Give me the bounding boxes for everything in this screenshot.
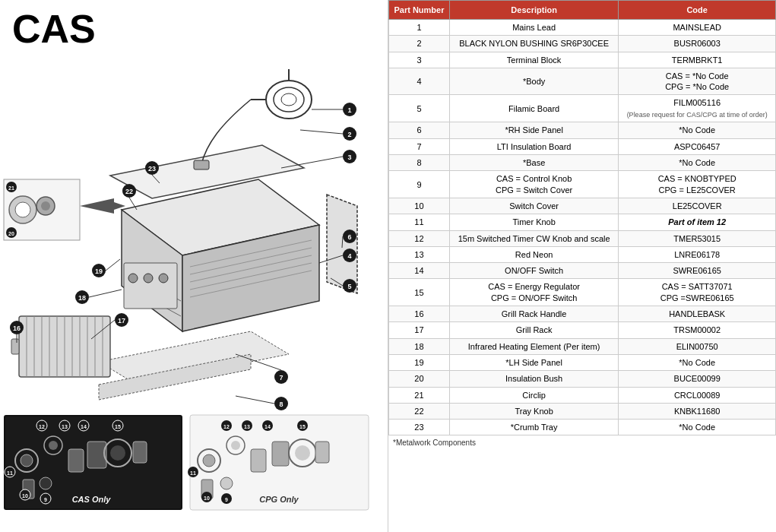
description-cell: Circlip: [449, 387, 618, 403]
code-cell: SWRE06165: [619, 263, 776, 279]
svg-point-14: [159, 274, 168, 283]
code-cell: BUCE00099: [619, 371, 776, 387]
svg-text:13: 13: [62, 424, 68, 429]
part-number-cell: 4: [389, 68, 450, 95]
table-row: 19*LH Side Panel*No Code: [389, 354, 776, 370]
svg-point-92: [40, 477, 52, 489]
code-cell: BUSR06003: [619, 36, 776, 52]
svg-rect-73: [11, 339, 19, 354]
code-cell: CAS = SATT37071 CPG =SWRE06165: [619, 279, 776, 306]
svg-point-89: [110, 445, 125, 461]
description-cell: CAS = Energy Regulator CPG = ON/OFF Swit…: [449, 279, 618, 306]
table-row: 5Filamic BoardFILM005116(Please request …: [389, 95, 776, 122]
code-cell: ASPC06457: [619, 138, 776, 154]
svg-text:7: 7: [279, 374, 283, 382]
table-row: 11Timer KnobPart of item 12: [389, 214, 776, 230]
left-panel: CAS: [0, 0, 388, 532]
part-number-cell: 19: [389, 354, 450, 370]
svg-text:1: 1: [347, 106, 351, 114]
part-number-cell: 20: [389, 371, 450, 387]
description-cell: Timer Knob: [449, 214, 618, 230]
svg-text:11: 11: [190, 470, 196, 476]
description-cell: *RH Side Panel: [449, 122, 618, 138]
svg-point-110: [203, 454, 215, 467]
part-number-cell: 7: [389, 138, 450, 154]
svg-rect-86: [68, 449, 84, 472]
code-cell: HANDLEBASK: [619, 306, 776, 322]
svg-text:18: 18: [78, 294, 86, 302]
code-cell: MAINSLEAD: [619, 20, 776, 36]
right-panel: Part Number Description Code 1Mains Lead…: [388, 0, 776, 532]
table-row: 13Red NeonLNRE06178: [389, 246, 776, 262]
svg-text:14: 14: [264, 424, 271, 429]
description-cell: *Base: [449, 155, 618, 171]
svg-point-13: [144, 274, 153, 283]
code-cell: *No Code: [619, 354, 776, 370]
description-cell: ON/OFF Switch: [449, 263, 618, 279]
code-cell: ELIN00750: [619, 338, 776, 354]
table-row: 14ON/OFF SwitchSWRE06165: [389, 263, 776, 279]
table-row: 15CAS = Energy Regulator CPG = ON/OFF Sw…: [389, 279, 776, 306]
svg-text:15: 15: [115, 424, 121, 429]
code-cell: TERMBRKT1: [619, 52, 776, 68]
table-row: 20Insulation BushBUCE00099: [389, 371, 776, 387]
svg-text:4: 4: [347, 252, 351, 260]
svg-rect-113: [251, 449, 266, 472]
svg-rect-11: [124, 263, 177, 309]
part-number-cell: 3: [389, 52, 450, 68]
part-number-cell: 10: [389, 198, 450, 214]
page-title: CAS: [0, 0, 388, 58]
svg-text:10: 10: [22, 493, 28, 499]
svg-text:12: 12: [39, 424, 45, 429]
table-row: 8*Base*No Code: [389, 155, 776, 171]
code-cell: CAS = *No Code CPG = *No Code: [619, 68, 776, 95]
description-cell: *Body: [449, 68, 618, 95]
diagram-area: 1 2 3 4 5 6 7: [0, 58, 388, 532]
code-cell: CRCL00089: [619, 387, 776, 403]
table-row: 16Grill Rack HandleHANDLEBASK: [389, 306, 776, 322]
col-header-code: Code: [619, 1, 776, 20]
svg-point-137: [15, 202, 30, 217]
svg-text:20: 20: [8, 231, 14, 236]
parts-diagram: 1 2 3 4 5 6 7: [0, 58, 388, 532]
svg-point-12: [128, 274, 138, 283]
code-cell: FILM005116(Please request for CAS/CPG at…: [619, 95, 776, 122]
part-number-cell: 6: [389, 122, 450, 138]
col-header-part-number: Part Number: [389, 1, 450, 20]
part-number-cell: 13: [389, 246, 450, 262]
description-cell: CAS = Control Knob CPG = Switch Cover: [449, 171, 618, 198]
svg-text:6: 6: [347, 233, 351, 241]
svg-rect-117: [315, 442, 329, 463]
svg-text:17: 17: [118, 317, 125, 325]
svg-point-112: [231, 441, 240, 450]
code-cell: *No Code: [619, 155, 776, 171]
part-number-cell: 2: [389, 36, 450, 52]
svg-text:14: 14: [81, 424, 87, 429]
table-row: 6*RH Side Panel*No Code: [389, 122, 776, 138]
svg-point-119: [220, 477, 233, 489]
svg-text:8: 8: [279, 401, 283, 408]
description-cell: Insulation Bush: [449, 371, 618, 387]
table-row: 7LTI Insulation BoardASPC06457: [389, 138, 776, 154]
svg-text:10: 10: [204, 496, 210, 501]
code-cell: *No Code: [619, 420, 776, 435]
table-row: 23*Crumb Tray*No Code: [389, 420, 776, 435]
svg-text:9: 9: [225, 497, 228, 502]
svg-point-139: [41, 201, 50, 211]
description-cell: LTI Insulation Board: [449, 138, 618, 154]
table-row: 9CAS = Control Knob CPG = Switch CoverCA…: [389, 171, 776, 198]
part-number-cell: 12: [389, 230, 450, 246]
part-number-cell: 9: [389, 171, 450, 198]
footnote: *Metalwork Components: [388, 435, 776, 450]
description-cell: Grill Rack Handle: [449, 306, 618, 322]
description-cell: Grill Rack: [449, 322, 618, 338]
svg-text:CPG Only: CPG Only: [259, 495, 299, 504]
code-cell: CAS = KNOBTYPED CPG = LE25COVER: [619, 171, 776, 198]
code-cell: KNBK11680: [619, 403, 776, 419]
svg-point-116: [295, 445, 310, 461]
description-cell: Mains Lead: [449, 20, 618, 36]
part-number-cell: 17: [389, 322, 450, 338]
part-number-cell: 15: [389, 279, 450, 306]
description-cell: 15m Switched Timer CW Knob and scale: [449, 230, 618, 246]
part-number-cell: 18: [389, 338, 450, 354]
